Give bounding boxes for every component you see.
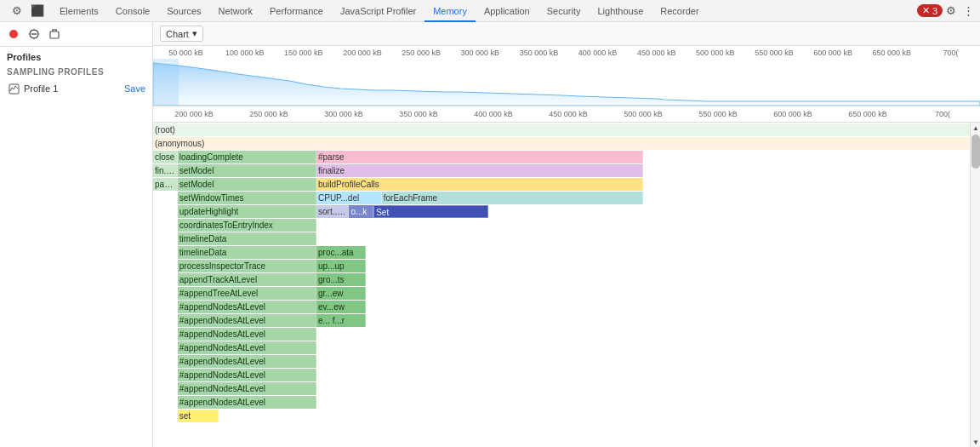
flame-cell[interactable]: #appendNodesAtLevel — [178, 369, 316, 381]
nav-tab-performance[interactable]: Performance — [261, 0, 332, 22]
timeline-area[interactable]: 50 000 kB100 000 kB150 000 kB200 000 kB2… — [153, 46, 980, 123]
flame-row: setWindowTimesCPUP...delforEachFrame — [153, 191, 970, 204]
flame-cell[interactable]: loadingComplete — [178, 151, 316, 163]
flame-row: #appendNodesAtLevel — [153, 354, 970, 368]
flame-cell[interactable]: setModel — [178, 164, 316, 177]
chart-select[interactable]: Chart ▾ — [160, 26, 203, 42]
clear-profiles-button[interactable] — [46, 26, 63, 43]
ruler-mark-bottom: 550 000 kB — [681, 110, 755, 118]
svg-point-0 — [9, 30, 18, 38]
flame-cell[interactable]: processInspectorTrace — [178, 260, 316, 272]
flame-cell[interactable]: #appendNodesAtLevel — [178, 328, 316, 341]
flame-cell[interactable]: setWindowTimes — [178, 192, 316, 204]
flame-spacer — [153, 410, 178, 422]
flame-row: set — [153, 409, 970, 422]
content-with-scroll: (root)(anonymous)closeloadingComplete#pa… — [153, 123, 980, 447]
flame-cell[interactable]: finalize — [316, 164, 643, 177]
nav-tab-sources[interactable]: Sources — [158, 0, 209, 22]
flame-cell[interactable]: CPUP...del — [316, 192, 382, 204]
ruler-mark-bottom: 200 000 kB — [157, 110, 231, 118]
flame-cell[interactable]: gr...ew — [316, 287, 366, 300]
flame-cell[interactable]: setModel — [178, 178, 316, 191]
flame-cell[interactable]: appendTrackAtLevel — [178, 273, 316, 286]
save-link[interactable]: Save — [124, 83, 145, 94]
flame-cell[interactable]: #appendNodesAtLevel — [178, 355, 316, 368]
flame-cell[interactable]: sort...ples — [316, 205, 349, 218]
devtools-icon-1[interactable]: ⚙ — [9, 3, 26, 20]
ruler-mark-top: 150 000 kB — [274, 49, 333, 57]
flame-cell[interactable]: set — [178, 410, 219, 422]
flame-cell[interactable]: o...k — [349, 205, 373, 218]
flame-cell[interactable]: e... f...r — [316, 314, 366, 327]
flame-row: #appendNodesAtLevel — [153, 395, 970, 409]
flame-cell[interactable]: timelineData — [178, 246, 316, 259]
stop-button[interactable] — [26, 26, 43, 43]
flame-cell[interactable]: updateHighlight — [178, 205, 316, 218]
nav-tab-recorder[interactable]: Recorder — [652, 0, 707, 22]
flame-spacer — [488, 205, 970, 218]
flame-cell[interactable]: gro...ts — [316, 273, 366, 286]
right-scrollbar[interactable]: ▲ ▼ — [970, 123, 980, 447]
flame-cell[interactable]: #parse — [316, 151, 643, 163]
flame-cell[interactable]: #appendNodesAtLevel — [178, 396, 316, 409]
flame-cell[interactable]: up...up — [316, 260, 366, 272]
timeline-ruler-bottom: 200 000 kB250 000 kB300 000 kB350 000 kB… — [153, 106, 980, 121]
settings-icon[interactable]: ⚙ — [943, 3, 960, 20]
scroll-thumb[interactable] — [971, 135, 980, 169]
flame-row: coordinatesToEntryIndex — [153, 218, 970, 232]
flame-area[interactable]: (root)(anonymous)closeloadingComplete#pa… — [153, 123, 970, 447]
flame-cell[interactable]: pa...at — [153, 178, 178, 191]
nav-tab-console[interactable]: Console — [107, 0, 158, 22]
more-options-icon[interactable]: ⋮ — [960, 3, 977, 20]
flame-cell[interactable]: (root) — [153, 123, 970, 136]
nav-tab-elements[interactable]: Elements — [51, 0, 107, 22]
profile-item[interactable]: Profile 1 Save — [0, 78, 152, 99]
flame-cell[interactable]: ev...ew — [316, 301, 366, 313]
flame-row: #appendNodesAtLevel — [153, 381, 970, 395]
sidebar-toolbar — [0, 22, 152, 47]
flame-spacer — [316, 382, 970, 395]
sampling-profiles-heading: SAMPLING PROFILES — [0, 64, 152, 78]
flame-spacer — [153, 369, 178, 381]
scroll-track[interactable] — [971, 133, 980, 437]
flame-row: #appendNodesAtLevele... f...r — [153, 313, 970, 327]
devtools-icon-2[interactable]: ⬛ — [29, 3, 46, 20]
flame-row: #appendTreeAtLevelgr...ew — [153, 286, 970, 300]
flame-cell[interactable]: #appendNodesAtLevel — [178, 314, 316, 327]
flame-cell[interactable]: fin...ce — [153, 164, 178, 177]
error-badge[interactable]: ✕ 3 — [917, 4, 943, 17]
flame-spacer — [316, 369, 970, 381]
flame-row: pa...atsetModelbuildProfileCalls — [153, 177, 970, 191]
timeline-canvas[interactable] — [153, 59, 980, 106]
flame-cell[interactable]: #appendNodesAtLevel — [178, 301, 316, 313]
flame-cell[interactable]: buildProfileCalls — [316, 178, 643, 191]
flame-cell[interactable]: timelineData — [178, 232, 316, 245]
flame-cell[interactable]: #appendNodesAtLevel — [178, 382, 316, 395]
nav-tab-application[interactable]: Application — [476, 0, 538, 22]
flame-cell[interactable]: #appendNodesAtLevel — [178, 341, 316, 354]
flame-cell[interactable]: #appendTreeAtLevel — [178, 287, 316, 300]
nav-tab-security[interactable]: Security — [538, 0, 590, 22]
flame-cell[interactable]: close — [153, 151, 178, 163]
nav-tab-memory[interactable]: Memory — [424, 0, 476, 22]
ruler-mark-top: 450 000 kB — [627, 49, 686, 57]
flame-row: #appendNodesAtLevel — [153, 341, 970, 354]
nav-tab-javascript-profiler[interactable]: JavaScript Profiler — [332, 0, 424, 22]
scroll-down-arrow[interactable]: ▼ — [971, 437, 980, 447]
record-button[interactable] — [5, 26, 22, 43]
flame-spacer — [316, 355, 970, 368]
nav-tab-lighthouse[interactable]: Lighthouse — [589, 0, 652, 22]
flame-spacer — [219, 410, 970, 422]
flame-cell[interactable]: (anonymous) — [153, 137, 970, 150]
flame-cell[interactable]: forEachFrame — [382, 192, 643, 204]
flame-cell[interactable]: Set — [373, 205, 487, 218]
nav-tab-network[interactable]: Network — [210, 0, 261, 22]
svg-rect-8 — [153, 59, 179, 106]
flame-spacer — [316, 396, 970, 409]
flame-cell[interactable]: coordinatesToEntryIndex — [178, 219, 316, 232]
flame-row: #appendNodesAtLevelev...ew — [153, 300, 970, 313]
ruler-mark-top: 100 000 kB — [215, 49, 274, 57]
ruler-marks-top: 50 000 kB100 000 kB150 000 kB200 000 kB2… — [157, 49, 980, 57]
flame-cell[interactable]: proc...ata — [316, 246, 366, 259]
scroll-up-arrow[interactable]: ▲ — [971, 123, 980, 133]
